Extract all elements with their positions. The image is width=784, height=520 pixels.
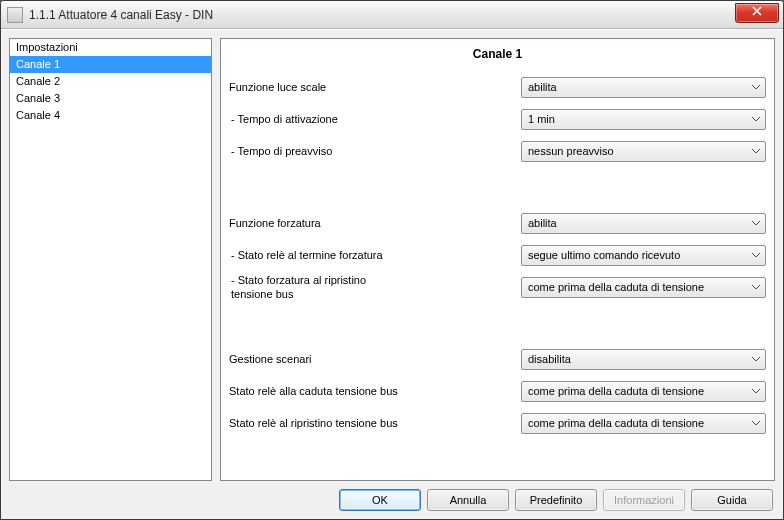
dropdown-value: abilita — [528, 81, 749, 93]
app-icon — [7, 7, 23, 23]
close-icon — [751, 6, 763, 16]
row-caduta-tensione: Stato relè alla caduta tensione bus come… — [229, 375, 766, 407]
form-rows: Funzione luce scale abilita - Tempo di a… — [229, 71, 766, 439]
label-tempo-preavviso: - Tempo di preavviso — [229, 142, 521, 160]
sidebar-item-impostazioni[interactable]: Impostazioni — [10, 39, 211, 56]
dropdown-termine-forzatura[interactable]: segue ultimo comando ricevuto — [521, 245, 766, 266]
dropdown-ripristino-forzatura[interactable]: come prima della caduta di tensione — [521, 277, 766, 298]
dropdown-gestione-scenari[interactable]: disabilita — [521, 349, 766, 370]
dropdown-value: come prima della caduta di tensione — [528, 281, 749, 293]
dropdown-tempo-attivazione[interactable]: 1 min — [521, 109, 766, 130]
sidebar[interactable]: Impostazioni Canale 1 Canale 2 Canale 3 … — [9, 38, 212, 481]
window-title: 1.1.1 Attuatore 4 canali Easy - DIN — [29, 8, 213, 22]
dropdown-ripristino-tensione[interactable]: come prima della caduta di tensione — [521, 413, 766, 434]
sidebar-item-label: Canale 1 — [16, 58, 60, 70]
chevron-down-icon — [749, 389, 763, 394]
row-tempo-preavviso: - Tempo di preavviso nessun preavviso — [229, 135, 766, 167]
chevron-down-icon — [749, 117, 763, 122]
chevron-down-icon — [749, 421, 763, 426]
dialog-buttons: OK Annulla Predefinito Informazioni Guid… — [9, 487, 775, 511]
sidebar-item-label: Canale 2 — [16, 75, 60, 87]
ok-button[interactable]: OK — [339, 489, 421, 511]
row-ripristino-forzatura: - Stato forzatura al ripristino tensione… — [229, 271, 766, 303]
dropdown-value: come prima della caduta di tensione — [528, 417, 749, 429]
dropdown-value: segue ultimo comando ricevuto — [528, 249, 749, 261]
cancel-button[interactable]: Annulla — [427, 489, 509, 511]
dropdown-tempo-preavviso[interactable]: nessun preavviso — [521, 141, 766, 162]
sidebar-item-label: Canale 4 — [16, 109, 60, 121]
row-tempo-attivazione: - Tempo di attivazione 1 min — [229, 103, 766, 135]
panel-title: Canale 1 — [229, 43, 766, 71]
chevron-down-icon — [749, 149, 763, 154]
info-button: Informazioni — [603, 489, 685, 511]
dropdown-funzione-luce-scale[interactable]: abilita — [521, 77, 766, 98]
dropdown-value: nessun preavviso — [528, 145, 749, 157]
main-row: Impostazioni Canale 1 Canale 2 Canale 3 … — [9, 38, 775, 481]
row-ripristino-tensione: Stato relè al ripristino tensione bus co… — [229, 407, 766, 439]
sidebar-item-canale-4[interactable]: Canale 4 — [10, 107, 211, 124]
row-gestione-scenari: Gestione scenari disabilita — [229, 343, 766, 375]
row-funzione-forzatura: Funzione forzatura abilita — [229, 207, 766, 239]
settings-panel: Canale 1 Funzione luce scale abilita - T… — [220, 38, 775, 481]
chevron-down-icon — [749, 85, 763, 90]
titlebar: 1.1.1 Attuatore 4 canali Easy - DIN — [1, 1, 783, 29]
label-termine-forzatura: - Stato relè al termine forzatura — [229, 246, 521, 264]
chevron-down-icon — [749, 285, 763, 290]
sidebar-item-label: Canale 3 — [16, 92, 60, 104]
chevron-down-icon — [749, 357, 763, 362]
default-button[interactable]: Predefinito — [515, 489, 597, 511]
sidebar-item-canale-3[interactable]: Canale 3 — [10, 90, 211, 107]
sidebar-item-label: Impostazioni — [16, 41, 78, 53]
close-button[interactable] — [735, 3, 779, 23]
label-caduta-tensione: Stato relè alla caduta tensione bus — [229, 382, 521, 400]
row-funzione-luce-scale: Funzione luce scale abilita — [229, 71, 766, 103]
window: 1.1.1 Attuatore 4 canali Easy - DIN Impo… — [0, 0, 784, 520]
chevron-down-icon — [749, 253, 763, 258]
dropdown-value: abilita — [528, 217, 749, 229]
gap — [229, 167, 766, 207]
sidebar-item-canale-1[interactable]: Canale 1 — [10, 56, 211, 73]
sidebar-item-canale-2[interactable]: Canale 2 — [10, 73, 211, 90]
label-tempo-attivazione: - Tempo di attivazione — [229, 110, 521, 128]
dropdown-funzione-forzatura[interactable]: abilita — [521, 213, 766, 234]
dropdown-caduta-tensione[interactable]: come prima della caduta di tensione — [521, 381, 766, 402]
chevron-down-icon — [749, 221, 763, 226]
dropdown-value: 1 min — [528, 113, 749, 125]
row-termine-forzatura: - Stato relè al termine forzatura segue … — [229, 239, 766, 271]
label-gestione-scenari: Gestione scenari — [229, 350, 521, 368]
help-button[interactable]: Guida — [691, 489, 773, 511]
label-ripristino-forzatura: - Stato forzatura al ripristino tensione… — [229, 271, 521, 303]
gap — [229, 303, 766, 343]
client-area: Impostazioni Canale 1 Canale 2 Canale 3 … — [1, 29, 783, 519]
label-funzione-luce-scale: Funzione luce scale — [229, 78, 521, 96]
dropdown-value: come prima della caduta di tensione — [528, 385, 749, 397]
dropdown-value: disabilita — [528, 353, 749, 365]
label-ripristino-tensione: Stato relè al ripristino tensione bus — [229, 414, 521, 432]
label-funzione-forzatura: Funzione forzatura — [229, 214, 521, 232]
